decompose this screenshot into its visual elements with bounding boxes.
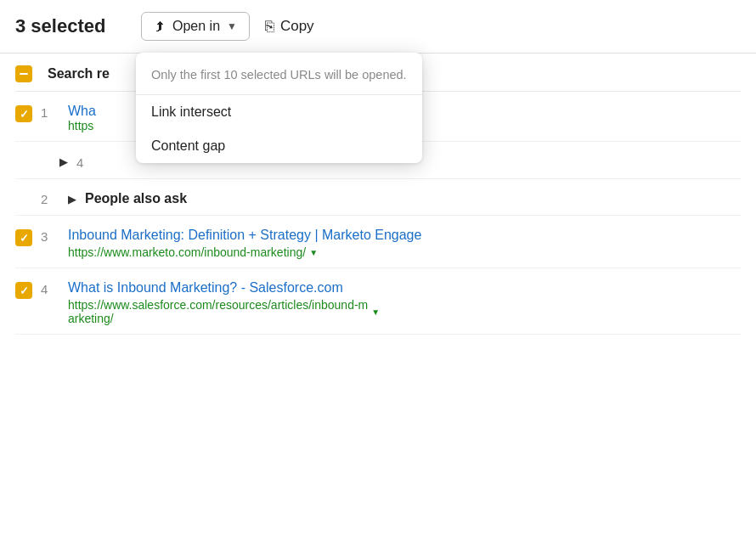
row-3-url-text: https://www.marketo.com/inbound-marketin… — [68, 245, 306, 259]
selected-count: 3 selected — [15, 15, 126, 37]
copy-icon: ⎘ — [265, 18, 274, 36]
row-3-url: https://www.marketo.com/inbound-marketin… — [68, 245, 741, 259]
row-4-link[interactable]: What is Inbound Marketing? - Salesforce.… — [68, 280, 741, 296]
section-checkbox-minus[interactable] — [15, 65, 32, 82]
row-3-link[interactable]: Inbound Marketing: Definition + Strategy… — [68, 228, 741, 243]
expand-icon[interactable]: ▶ — [59, 155, 68, 168]
link-intersect-item[interactable]: Link intersect — [136, 95, 422, 129]
group-2-title: People also ask — [85, 191, 187, 206]
row-4-url-text: https://www.salesforce.com/resources/art… — [68, 298, 368, 325]
sub-row-4-number: 4 — [76, 155, 95, 170]
open-in-dropdown: Only the first 10 selected URLs will be … — [136, 53, 422, 163]
people-also-ask-row: 2 ▶ People also ask — [15, 179, 741, 216]
copy-label: Copy — [280, 18, 314, 35]
open-in-button[interactable]: ⮭︎ Open in ▼ — [141, 12, 250, 41]
row-4-content: What is Inbound Marketing? - Salesforce.… — [68, 280, 741, 325]
row-3-content: Inbound Marketing: Definition + Strategy… — [68, 228, 741, 259]
content-gap-item[interactable]: Content gap — [136, 129, 422, 163]
dropdown-hint: Only the first 10 selected URLs will be … — [136, 53, 422, 94]
row-3-number: 3 — [41, 229, 59, 244]
section-header-label: Search re — [48, 66, 110, 82]
toolbar: 3 selected ⮭︎ Open in ▼ ⎘ Copy Only the … — [0, 0, 756, 54]
row-3-url-chevron: ▼ — [309, 248, 318, 257]
copy-button[interactable]: ⎘ Copy — [265, 18, 314, 36]
table-row: 3 Inbound Marketing: Definition + Strate… — [15, 216, 741, 268]
chevron-down-icon: ▼ — [227, 20, 237, 32]
group-2-number: 2 — [41, 192, 59, 206]
open-in-label: Open in — [172, 19, 220, 34]
row-1-number: 1 — [41, 105, 59, 120]
open-in-icon: ⮭︎ — [154, 19, 167, 34]
row-4-checkbox[interactable] — [15, 282, 32, 299]
row-4-url: https://www.salesforce.com/resources/art… — [68, 298, 741, 325]
row-1-checkbox[interactable] — [15, 105, 32, 122]
row-4-number: 4 — [41, 282, 59, 296]
row-3-checkbox[interactable] — [15, 229, 32, 246]
group-2-expand-icon[interactable]: ▶ — [68, 193, 76, 206]
table-row: 4 What is Inbound Marketing? - Salesforc… — [15, 268, 741, 335]
row-4-url-chevron: ▼ — [371, 307, 380, 317]
